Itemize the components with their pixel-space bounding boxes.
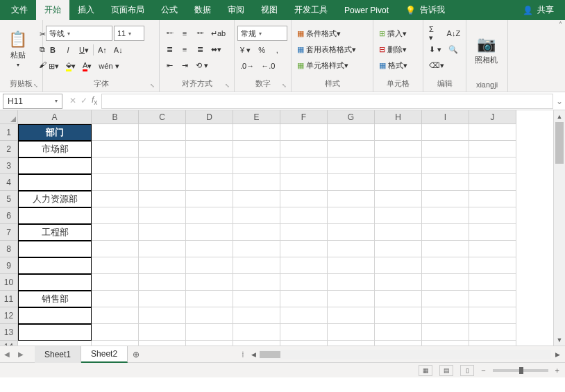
cell-B10[interactable]	[92, 274, 139, 291]
row-header-4[interactable]: 4	[0, 174, 18, 191]
cell-B3[interactable]	[92, 157, 139, 174]
cell-I14[interactable]	[422, 341, 469, 346]
enter-icon[interactable]: ✓	[81, 96, 87, 105]
cell-H6[interactable]	[375, 207, 422, 224]
clear-button[interactable]: ⌫ ▾	[426, 58, 447, 72]
cell-B9[interactable]	[92, 257, 139, 274]
normal-view-button[interactable]: ▦	[419, 365, 432, 376]
cell-H12[interactable]	[375, 307, 422, 324]
cell-J8[interactable]	[469, 241, 516, 257]
row-header-7[interactable]: 7	[0, 224, 18, 241]
cell-E7[interactable]	[233, 224, 280, 241]
cell-E12[interactable]	[233, 307, 280, 324]
cell-A2[interactable]: 市场部	[18, 141, 92, 157]
font-name-dropdown[interactable]: 等线▾	[46, 26, 112, 41]
col-header-G[interactable]: G	[328, 110, 375, 124]
indent-inc-button[interactable]: ⇥	[178, 58, 192, 72]
cell-A6[interactable]	[18, 207, 92, 224]
cell-F8[interactable]	[280, 241, 328, 257]
merge-button[interactable]: ⬌ ▾	[208, 42, 224, 56]
fill-button[interactable]: ⬇ ▾	[426, 42, 444, 56]
number-format-dropdown[interactable]: 常规▾	[237, 26, 287, 41]
cell-F9[interactable]	[280, 257, 328, 274]
cell-I13[interactable]	[422, 324, 469, 341]
cell-G12[interactable]	[328, 307, 375, 324]
paste-button[interactable]: 📋 粘贴 ▾	[3, 28, 33, 71]
cell-F6[interactable]	[280, 207, 328, 224]
cell-G8[interactable]	[328, 241, 375, 257]
cell-J1[interactable]	[469, 124, 516, 141]
tab-formula[interactable]: 公式	[153, 0, 186, 20]
cell-B12[interactable]	[92, 307, 139, 324]
cell-E10[interactable]	[233, 274, 280, 291]
cell-B2[interactable]	[92, 141, 139, 157]
cell-D9[interactable]	[186, 257, 233, 274]
cell-I1[interactable]	[422, 124, 469, 141]
cell-G6[interactable]	[328, 207, 375, 224]
cell-G14[interactable]	[328, 341, 375, 346]
tab-pivot[interactable]: Power Pivot	[336, 0, 397, 20]
collapse-ribbon-icon[interactable]: ˄	[559, 21, 562, 28]
align-top-button[interactable]: ⬴	[162, 26, 176, 40]
cell-B7[interactable]	[92, 224, 139, 241]
cell-H2[interactable]	[375, 141, 422, 157]
cell-F11[interactable]	[280, 291, 328, 307]
cell-B14[interactable]	[92, 341, 139, 346]
cell-F4[interactable]	[280, 174, 328, 191]
cell-D5[interactable]	[186, 191, 233, 207]
cell-D2[interactable]	[186, 141, 233, 157]
cell-A11[interactable]: 销售部	[18, 291, 92, 307]
decrease-font-button[interactable]: A↓	[111, 43, 126, 57]
cell-I4[interactable]	[422, 174, 469, 191]
tab-home[interactable]: 开始	[36, 0, 69, 20]
font-color-button[interactable]: A ▾	[80, 59, 94, 73]
row-header-2[interactable]: 2	[0, 141, 18, 157]
cell-B4[interactable]	[92, 174, 139, 191]
cell-B1[interactable]	[92, 124, 139, 141]
cell-D3[interactable]	[186, 157, 233, 174]
cell-J13[interactable]	[469, 324, 516, 341]
cell-C11[interactable]	[139, 291, 186, 307]
cell-A14[interactable]	[18, 341, 92, 346]
font-size-dropdown[interactable]: 11▾	[114, 26, 144, 41]
align-center-button[interactable]: ≡	[178, 42, 192, 56]
cell-C12[interactable]	[139, 307, 186, 324]
tab-review[interactable]: 审阅	[219, 0, 253, 20]
currency-button[interactable]: ¥ ▾	[237, 43, 253, 57]
cell-D13[interactable]	[186, 324, 233, 341]
indent-dec-button[interactable]: ⇤	[162, 58, 176, 72]
cell-A5[interactable]: 人力资源部	[18, 191, 92, 207]
autosum-button[interactable]: Σ ▾	[426, 26, 443, 40]
cell-J7[interactable]	[469, 224, 516, 241]
orientation-button[interactable]: ⟲ ▾	[193, 58, 211, 72]
cell-F14[interactable]	[280, 341, 328, 346]
cell-D11[interactable]	[186, 291, 233, 307]
cell-F10[interactable]	[280, 274, 328, 291]
cell-C9[interactable]	[139, 257, 186, 274]
row-header-5[interactable]: 5	[0, 191, 18, 207]
cell-H5[interactable]	[375, 191, 422, 207]
cell-G7[interactable]	[328, 224, 375, 241]
align-right-button[interactable]: ≣	[193, 42, 207, 56]
cell-I3[interactable]	[422, 157, 469, 174]
cell-A10[interactable]	[18, 274, 92, 291]
cond-format-button[interactable]: ▦ 条件格式 ▾	[294, 26, 371, 40]
tab-data[interactable]: 数据	[186, 0, 219, 20]
italic-button[interactable]: I	[61, 43, 75, 57]
cell-C14[interactable]	[139, 341, 186, 346]
scroll-right-icon[interactable]: ▶	[553, 351, 562, 358]
cell-F3[interactable]	[280, 157, 328, 174]
cell-D10[interactable]	[186, 274, 233, 291]
format-cells-button[interactable]: ▦ 格式 ▾	[376, 58, 421, 72]
col-header-J[interactable]: J	[469, 110, 516, 124]
tab-file[interactable]: 文件	[3, 0, 36, 20]
horizontal-scrollbar[interactable]: ◀ ▶	[246, 350, 565, 359]
cell-D4[interactable]	[186, 174, 233, 191]
cell-I12[interactable]	[422, 307, 469, 324]
row-header-13[interactable]: 13	[0, 324, 18, 341]
cell-J3[interactable]	[469, 157, 516, 174]
cell-G11[interactable]	[328, 291, 375, 307]
cell-E11[interactable]	[233, 291, 280, 307]
phonetic-button[interactable]: wén ▾	[96, 59, 121, 73]
col-header-I[interactable]: I	[422, 110, 469, 124]
